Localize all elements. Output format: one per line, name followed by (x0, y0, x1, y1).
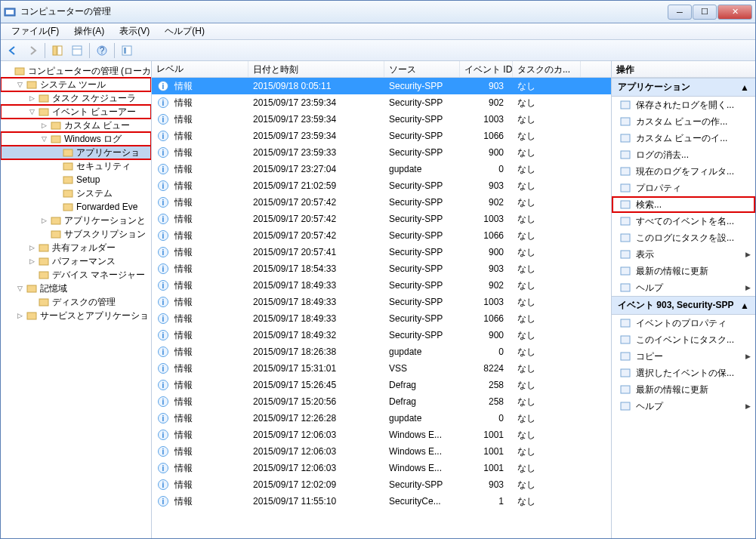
event-row[interactable]: i情報2015/09/17 20:57:42Security-SPP902なし (152, 194, 611, 211)
forward-button[interactable] (23, 42, 42, 59)
tree-item[interactable]: ▷アプリケーションと (1, 214, 151, 227)
action-item[interactable]: 最新の情報に更新 (612, 263, 755, 279)
event-row[interactable]: i情報2015/09/17 18:49:32Security-SPP900なし (152, 327, 611, 343)
actions-group-event[interactable]: イベント 903, Security-SPP▲ (612, 296, 755, 315)
tree-expander[interactable]: ▽ (40, 135, 48, 143)
action-item[interactable]: ヘルプ▶ (612, 398, 755, 414)
col-date[interactable]: 日付と時刻 (248, 61, 384, 77)
action-item[interactable]: 表示▶ (612, 246, 755, 263)
event-row[interactable]: i情報2015/09/17 23:59:34Security-SPP1066なし (152, 128, 611, 144)
event-row[interactable]: i情報2015/09/17 18:49:33Security-SPP1003なし (152, 294, 611, 310)
col-eventid[interactable]: イベント ID (460, 61, 513, 77)
event-row[interactable]: i情報2015/09/17 20:57:42Security-SPP1066なし (152, 227, 611, 244)
minimize-button[interactable]: ─ (668, 5, 692, 20)
event-list[interactable]: レベル 日付と時刻 ソース イベント ID タスクのカ... i情報2015/0… (152, 61, 612, 538)
event-row[interactable]: i情報2015/09/17 15:20:56Defrag258なし (152, 393, 611, 410)
tree-item[interactable]: ▷パフォーマンス (1, 254, 151, 268)
action-item[interactable]: カスタム ビューのイ... (612, 130, 755, 146)
menu-view[interactable]: 表示(V) (113, 23, 156, 39)
toolbar: ? (1, 40, 755, 61)
actions-group-app[interactable]: アプリケーション▲ (612, 78, 755, 97)
col-source[interactable]: ソース (384, 61, 460, 77)
event-row[interactable]: i情報2015/09/17 11:55:10SecurityCe...1なし (152, 493, 611, 510)
tree-expander[interactable]: ▷ (40, 217, 48, 225)
tree-item[interactable]: ▽記憶域 (1, 282, 151, 295)
tree-expander[interactable]: ▷ (28, 257, 36, 266)
event-row[interactable]: i情報2015/09/17 23:59:34Security-SPP902なし (152, 94, 611, 111)
event-row[interactable]: i情報2015/09/17 18:49:33Security-SPP902なし (152, 277, 611, 294)
tree-expander[interactable]: ▽ (28, 108, 36, 116)
close-button[interactable]: ✕ (717, 5, 752, 20)
action-item[interactable]: ログの消去... (612, 146, 755, 163)
tree-item[interactable]: Forwarded Eve (1, 200, 151, 214)
event-row[interactable]: i情報2015/09/17 15:26:45Defrag258なし (152, 377, 611, 393)
action-item[interactable]: 最新の情報に更新 (612, 381, 755, 398)
tree-item[interactable]: Setup (1, 173, 151, 186)
col-task[interactable]: タスクのカ... (513, 61, 581, 77)
tree-expander[interactable]: ▽ (16, 285, 24, 293)
event-row[interactable]: i情報2015/09/17 12:06:03Windows E...1001なし (152, 443, 611, 460)
action-item[interactable]: 選択したイベントの保... (612, 365, 755, 381)
tree-item[interactable]: セキュリティ (1, 159, 151, 173)
action-item[interactable]: コピー▶ (612, 348, 755, 365)
navigation-tree[interactable]: コンピューターの管理 (ローカ▽システム ツール▷タスク スケジューラ▽イベント… (1, 61, 152, 538)
tree-item[interactable]: ディスクの管理 (1, 295, 151, 309)
tree-item[interactable]: コンピューターの管理 (ローカ (1, 64, 151, 78)
properties-button[interactable] (68, 42, 86, 59)
tree-expander[interactable]: ▷ (16, 312, 24, 320)
tree-item[interactable]: デバイス マネージャー (1, 268, 151, 282)
tree-item[interactable]: ▽Windows ログ (1, 132, 151, 146)
tree-item[interactable]: ▽イベント ビューアー (1, 105, 151, 119)
tree-item[interactable]: サブスクリプション (1, 227, 151, 241)
event-row[interactable]: i情報2015/09/17 12:06:03Windows E...1001なし (152, 460, 611, 476)
event-row[interactable]: i情報2015/09/17 23:59:34Security-SPP1003なし (152, 111, 611, 128)
event-row[interactable]: i情報2015/09/17 12:06:03Windows E...1001なし (152, 427, 611, 443)
action-item[interactable]: 検索... (612, 196, 755, 213)
tree-item[interactable]: ▷共有フォルダー (1, 241, 151, 254)
tree-item[interactable]: ▷サービスとアプリケーショ (1, 309, 151, 322)
event-row[interactable]: i情報2015/09/17 12:26:28gupdate0なし (152, 410, 611, 427)
action-item[interactable]: ヘルプ▶ (612, 279, 755, 296)
event-row[interactable]: i情報2015/09/17 18:26:38gupdate0なし (152, 343, 611, 360)
action-item[interactable]: 現在のログをフィルタ... (612, 163, 755, 180)
action-item[interactable]: このイベントにタスク... (612, 331, 755, 348)
action-item[interactable]: プロパティ (612, 180, 755, 196)
source-text: Security-SPP (384, 146, 460, 159)
event-row[interactable]: i情報2015/09/17 15:31:01VSS8224なし (152, 360, 611, 377)
event-row[interactable]: i情報2015/09/17 18:54:33Security-SPP903なし (152, 260, 611, 277)
back-button[interactable] (4, 42, 22, 59)
help-button[interactable]: ? (93, 42, 111, 59)
tree-expander[interactable]: ▷ (40, 122, 48, 130)
menu-file[interactable]: ファイル(F) (5, 23, 65, 39)
event-row[interactable]: i情報2015/09/18 0:05:11Security-SPP903なし (152, 78, 611, 94)
task-text: なし (513, 411, 581, 427)
tree-item[interactable]: システム (1, 186, 151, 200)
tree-expander[interactable]: ▽ (16, 81, 24, 89)
extra-button[interactable] (118, 42, 136, 59)
tree-item[interactable]: アプリケーショ (1, 146, 151, 159)
event-row[interactable]: i情報2015/09/17 21:02:59Security-SPP903なし (152, 177, 611, 194)
menu-action[interactable]: 操作(A) (68, 23, 110, 39)
tree-item[interactable]: ▷カスタム ビュー (1, 119, 151, 132)
action-item[interactable]: 保存されたログを開く... (612, 97, 755, 113)
action-item[interactable]: カスタム ビューの作... (612, 113, 755, 130)
tree-expander[interactable]: ▷ (28, 244, 36, 252)
action-item[interactable]: すべてのイベントを名... (612, 213, 755, 229)
event-row[interactable]: i情報2015/09/17 18:49:33Security-SPP1066なし (152, 310, 611, 327)
col-level[interactable]: レベル (152, 61, 248, 77)
event-row[interactable]: i情報2015/09/17 12:02:09Security-SPP903なし (152, 476, 611, 493)
maximize-button[interactable]: ☐ (693, 5, 717, 20)
action-item[interactable]: このログにタスクを設... (612, 229, 755, 246)
show-hide-tree-button[interactable] (48, 42, 66, 59)
menu-help[interactable]: ヘルプ(H) (159, 23, 211, 39)
event-row[interactable]: i情報2015/09/17 20:57:41Security-SPP900なし (152, 244, 611, 260)
tree-expander (52, 162, 60, 171)
tree-item[interactable]: ▽システム ツール (1, 78, 151, 91)
action-icon (619, 215, 631, 227)
event-row[interactable]: i情報2015/09/17 23:59:33Security-SPP900なし (152, 144, 611, 161)
action-item[interactable]: イベントのプロパティ (612, 315, 755, 331)
tree-expander[interactable]: ▷ (28, 94, 36, 103)
tree-item[interactable]: ▷タスク スケジューラ (1, 91, 151, 105)
event-row[interactable]: i情報2015/09/17 20:57:42Security-SPP1003なし (152, 211, 611, 227)
event-row[interactable]: i情報2015/09/17 23:27:04gupdate0なし (152, 161, 611, 177)
